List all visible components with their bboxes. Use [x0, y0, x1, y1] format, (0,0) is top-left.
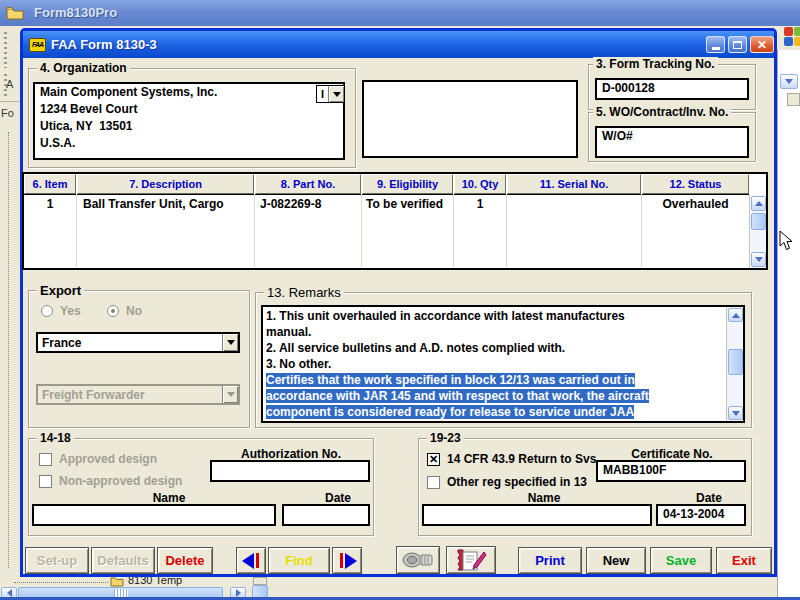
dropdown-button — [222, 386, 238, 403]
chevron-down-icon — [755, 257, 763, 262]
mouse-cursor — [779, 230, 793, 251]
save-button[interactable]: Save — [650, 547, 712, 574]
name-field-14-18[interactable] — [32, 504, 276, 526]
organization-selector-value: I — [317, 88, 328, 100]
cfr-return-checkbox[interactable] — [427, 453, 440, 466]
col-header-description[interactable]: 7. Description — [77, 174, 254, 194]
bolt-icon — [402, 550, 434, 570]
secondary-organization-field[interactable] — [362, 80, 578, 158]
date-field-19-23[interactable]: 04-13-2004 — [656, 504, 746, 526]
date-label: Date — [283, 491, 393, 505]
wo-contract-label: 5. WO/Contract/Inv. No. — [593, 105, 731, 119]
dialog-close-button[interactable]: ✕ — [750, 36, 774, 53]
export-yes-label: Yes — [60, 304, 81, 318]
remarks-line: 1. This unit overhauled in accordance wi… — [263, 308, 725, 324]
form-tracking-label: 3. Form Tracking No. — [593, 57, 718, 71]
name-label: Name — [69, 491, 269, 505]
col-header-serial-no[interactable]: 11. Serial No. — [507, 174, 641, 194]
dialog-minimize-button[interactable] — [706, 36, 725, 53]
export-no-radio[interactable] — [107, 305, 119, 317]
block-14-18-label: 14-18 — [37, 431, 74, 445]
export-country-dropdown[interactable]: France — [36, 332, 240, 353]
chevron-up-icon — [732, 313, 740, 318]
panel-fragment — [787, 93, 800, 106]
chevron-down-icon — [227, 340, 235, 345]
close-icon: ✕ — [757, 39, 767, 51]
remarks-scroll-up-button[interactable] — [728, 308, 743, 322]
new-button[interactable]: New — [586, 547, 646, 574]
find-button[interactable]: Find — [268, 547, 330, 574]
cell-item[interactable]: 1 — [24, 197, 76, 211]
date-field-14-18[interactable] — [282, 504, 370, 526]
approved-design-checkbox[interactable] — [39, 453, 52, 466]
next-record-button[interactable] — [332, 547, 362, 574]
scroll-grip-icon — [114, 589, 128, 597]
dialog-title: FAA Form 8130-3 — [51, 37, 157, 52]
col-header-qty[interactable]: 10. Qty — [454, 174, 506, 194]
certificate-no-field[interactable]: MABB100F — [596, 460, 746, 482]
remarks-scroll-down-button[interactable] — [728, 406, 743, 420]
table-scroll-up-button[interactable] — [751, 196, 766, 211]
remarks-scroll-thumb[interactable] — [728, 349, 743, 375]
dropdown-button[interactable] — [222, 334, 238, 351]
cell-part-no[interactable]: J-082269-8 — [260, 197, 321, 211]
toolbar-grip — [4, 32, 7, 68]
cell-description[interactable]: Ball Transfer Unit, Cargo — [83, 197, 224, 211]
sign-button[interactable] — [446, 546, 496, 574]
exit-button[interactable]: Exit — [716, 547, 772, 574]
dropdown-button[interactable] — [328, 86, 344, 102]
name-field-19-23[interactable] — [422, 504, 652, 526]
chevron-down-icon — [227, 392, 235, 397]
organization-selector[interactable]: I — [316, 85, 345, 103]
defaults-button: Defaults — [91, 547, 155, 574]
freight-forwarder-dropdown: Freight Forwarder — [36, 384, 240, 405]
col-header-status[interactable]: 12. Status — [642, 174, 749, 194]
remarks-line-selected: accordance with JAR 145 and with respect… — [263, 388, 725, 404]
organization-line: Main Component Systems, Inc. — [35, 84, 343, 101]
faa-badge-icon: FAA — [29, 38, 46, 52]
remarks-line-selected: Certifies that the work specified in blo… — [263, 372, 725, 388]
table-scrollbar[interactable] — [749, 195, 766, 268]
export-label: Export — [37, 283, 84, 298]
remarks-scrollbar[interactable] — [726, 307, 743, 421]
remarks-textarea[interactable]: 1. This unit overhauled in accordance wi… — [261, 305, 745, 423]
organization-label: 4. Organization — [37, 61, 130, 75]
stop-bar-icon — [256, 553, 259, 568]
date-label: Date — [659, 491, 759, 505]
non-approved-design-checkbox[interactable] — [39, 475, 52, 488]
remarks-line-selected: component is considered ready for releas… — [263, 404, 725, 420]
bolt-tool-button[interactable] — [396, 546, 440, 574]
previous-record-button[interactable] — [236, 547, 266, 574]
non-approved-design-label: Non-approved design — [59, 474, 182, 488]
cell-qty[interactable]: 1 — [454, 197, 506, 211]
print-button[interactable]: Print — [518, 547, 582, 574]
approved-design-label: Approved design — [59, 452, 157, 466]
dialog-maximize-button[interactable] — [728, 36, 747, 53]
chevron-down-icon — [785, 79, 793, 84]
authorization-no-label: Authorization No. — [211, 447, 371, 461]
table-scroll-down-button[interactable] — [751, 252, 766, 267]
cell-eligibility[interactable]: To be verified — [366, 197, 443, 211]
maximize-icon — [733, 41, 742, 49]
vscroll-fragment — [253, 577, 267, 585]
col-header-eligibility[interactable]: 9. Eligibility — [362, 174, 453, 194]
col-header-part-no[interactable]: 8. Part No. — [255, 174, 361, 194]
setup-button: Set-up — [25, 547, 89, 574]
signature-icon — [454, 548, 488, 572]
wo-contract-field[interactable]: W/O# — [595, 126, 749, 158]
col-header-item[interactable]: 6. Item — [24, 174, 76, 194]
form-tracking-value: D-000128 — [597, 80, 747, 97]
table-scroll-thumb[interactable] — [751, 213, 766, 230]
organization-line: 1234 Bevel Court — [35, 101, 343, 118]
delete-button[interactable]: Delete — [157, 547, 213, 574]
authorization-no-field[interactable] — [210, 460, 370, 482]
cell-status[interactable]: Overhauled — [642, 197, 749, 211]
chevron-left-icon — [7, 589, 12, 597]
form-tracking-field[interactable]: D-000128 — [595, 78, 749, 100]
remarks-line: 3. No other. — [263, 356, 725, 372]
export-country-value: France — [38, 336, 222, 350]
export-yes-radio[interactable] — [41, 305, 53, 317]
organization-field[interactable]: Main Component Systems, Inc. 1234 Bevel … — [33, 82, 345, 160]
other-reg-checkbox[interactable] — [427, 476, 440, 489]
panel-scroll-down-button[interactable] — [780, 74, 798, 89]
